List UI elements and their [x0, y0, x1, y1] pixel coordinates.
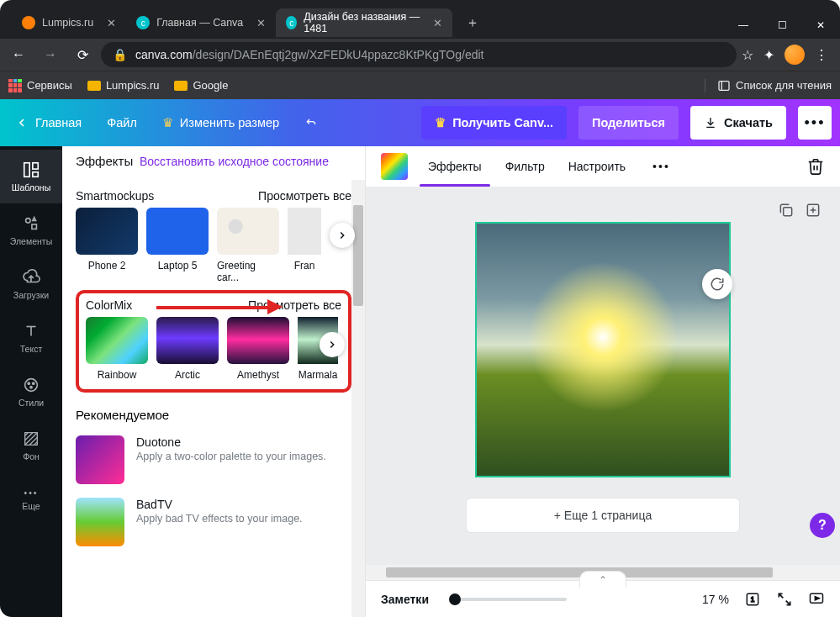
add-page-icon[interactable] — [805, 202, 822, 219]
app-icon — [76, 435, 124, 484]
canvas-page[interactable] — [475, 222, 731, 477]
reload-button[interactable]: ⟳ — [69, 41, 96, 68]
app-name: Duotone — [136, 435, 326, 449]
ctx-more-button[interactable]: ••• — [649, 153, 674, 180]
svg-rect-0 — [719, 81, 729, 90]
rail-elements[interactable]: Элементы — [0, 203, 62, 257]
svg-text:1: 1 — [751, 595, 755, 604]
svg-point-12 — [33, 382, 34, 384]
zoom-slider[interactable] — [449, 598, 567, 601]
extensions-icon[interactable]: ✦ — [763, 47, 774, 63]
browser-tab[interactable]: c Дизайн без названия — 1481 ✕ — [276, 8, 452, 37]
rail-background[interactable]: Фон — [0, 419, 62, 472]
panel-scrollbar[interactable] — [351, 180, 365, 617]
colormix-thumb[interactable]: Rainbow — [86, 317, 148, 381]
duplicate-page-icon[interactable] — [778, 202, 795, 219]
close-icon[interactable]: ✕ — [256, 17, 266, 29]
svg-point-10 — [25, 379, 38, 392]
app-desc: Apply bad TV effects to your image. — [136, 513, 303, 525]
crown-icon: ♛ — [435, 116, 446, 129]
rail-uploads[interactable]: Загрузки — [0, 257, 62, 311]
delete-button[interactable] — [806, 157, 825, 176]
side-rail: Шаблоны Элементы Загрузки Текст Стили Фо… — [0, 146, 62, 617]
bookmark-star-icon[interactable]: ☆ — [742, 47, 753, 63]
context-toolbar: Эффекты Фильтр Настроить ••• — [366, 146, 840, 187]
back-button[interactable]: ← — [5, 41, 32, 68]
rail-templates[interactable]: Шаблоны — [0, 150, 62, 203]
mockup-thumb[interactable]: Phone 2 — [76, 208, 138, 283]
scroll-right-button[interactable] — [320, 332, 345, 357]
effects-panel: Эффекты Восстановить исходное состояние … — [62, 146, 365, 617]
rail-more[interactable]: ••• Еще — [0, 472, 62, 526]
svg-point-11 — [28, 382, 29, 384]
canvas-area: Эффекты Фильтр Настроить ••• + Еще 1 стр… — [365, 146, 840, 617]
add-page-button[interactable]: + Еще 1 страница — [466, 498, 740, 533]
file-menu[interactable]: Файл — [100, 108, 144, 138]
app-desc: Apply a two-color palette to your images… — [136, 451, 326, 462]
view-all-link[interactable]: Просмотреть все — [258, 189, 351, 203]
browser-tab[interactable]: c Главная — Canva ✕ — [126, 8, 276, 37]
chrome-menu-icon[interactable]: ⋮ — [815, 47, 828, 63]
color-picker-button[interactable] — [381, 153, 408, 180]
reading-list-button[interactable]: Список для чтения — [705, 79, 832, 92]
bookmark-item[interactable]: Lumpics.ru — [87, 79, 160, 92]
url-input[interactable]: 🔒 canva.com/design/DAEnEqtj2gw/XzFEDkU4p… — [101, 42, 737, 67]
bookmark-apps[interactable]: Сервисы — [8, 79, 72, 92]
mockup-thumb[interactable]: Laptop 5 — [146, 208, 209, 283]
recommended-item[interactable]: Duotone Apply a two-color palette to you… — [76, 429, 351, 491]
grid-view-icon[interactable]: 1 — [744, 591, 761, 608]
section-title: Smartmockups — [76, 189, 154, 203]
undo-button[interactable] — [298, 108, 325, 138]
section-title: Рекомендуемое — [76, 404, 351, 429]
home-button[interactable]: Главная — [8, 108, 88, 138]
tab-title: Дизайн без названия — 1481 — [304, 11, 420, 34]
bookmark-item[interactable]: Google — [174, 79, 228, 92]
present-icon[interactable] — [808, 591, 825, 608]
ctx-adjust[interactable]: Настроить — [565, 153, 629, 180]
more-menu-button[interactable]: ••• — [798, 106, 832, 140]
fullscreen-icon[interactable] — [776, 591, 793, 608]
help-button[interactable]: ? — [810, 513, 835, 538]
restore-button[interactable]: Восстановить исходное состояние — [140, 155, 329, 168]
zoom-value[interactable]: 17 % — [702, 593, 729, 606]
rail-styles[interactable]: Стили — [0, 365, 62, 419]
section-title: ColorMix — [86, 298, 132, 312]
svg-point-6 — [26, 219, 30, 224]
share-button[interactable]: Поделиться — [578, 106, 679, 140]
resize-button[interactable]: ♛ Изменить размер — [156, 108, 286, 138]
get-pro-button[interactable]: ♛ Получить Canv... — [421, 106, 567, 140]
mockup-thumb[interactable]: Greeting car... — [217, 208, 279, 283]
recommended-item[interactable]: BadTV Apply bad TV effects to your image… — [76, 491, 351, 553]
canvas-viewport[interactable]: + Еще 1 страница ? — [366, 187, 840, 580]
close-window-button[interactable]: ✕ — [801, 12, 840, 39]
recommended-section: Рекомендуемое Duotone Apply a two-color … — [76, 404, 351, 553]
profile-avatar[interactable] — [785, 45, 805, 65]
forward-button[interactable]: → — [37, 41, 64, 68]
canva-toolbar: Главная Файл ♛ Изменить размер ♛ Получит… — [0, 99, 840, 146]
colormix-thumb[interactable]: Amethyst — [227, 317, 289, 381]
colormix-thumb[interactable]: Arctic — [156, 317, 219, 381]
expand-pages-button[interactable]: ⌃ — [579, 571, 626, 588]
svg-rect-5 — [33, 172, 38, 177]
browser-tab[interactable]: Lumpics.ru ✕ — [12, 8, 126, 37]
ctx-effects[interactable]: Эффекты — [425, 153, 485, 180]
rail-text[interactable]: Текст — [0, 311, 62, 365]
tab-title: Lumpics.ru — [42, 17, 93, 29]
close-icon[interactable]: ✕ — [107, 17, 116, 29]
lock-icon: 🔒 — [113, 48, 127, 61]
new-tab-button[interactable]: ＋ — [461, 11, 484, 34]
close-icon[interactable]: ✕ — [433, 17, 442, 29]
scroll-right-button[interactable] — [330, 223, 355, 248]
svg-point-13 — [30, 387, 32, 388]
rotate-handle[interactable] — [702, 269, 732, 299]
notes-button[interactable]: Заметки — [381, 593, 429, 606]
ctx-filter[interactable]: Фильтр — [502, 153, 548, 180]
download-button[interactable]: Скачать — [690, 106, 786, 140]
mockup-thumb[interactable]: Fran — [288, 208, 321, 283]
tab-title: Главная — Canva — [156, 17, 243, 29]
svg-rect-4 — [33, 163, 38, 169]
selected-image[interactable] — [477, 224, 729, 476]
minimize-button[interactable]: ― — [724, 12, 763, 39]
maximize-button[interactable]: ☐ — [763, 12, 801, 39]
panel-title: Эффекты — [76, 155, 129, 169]
